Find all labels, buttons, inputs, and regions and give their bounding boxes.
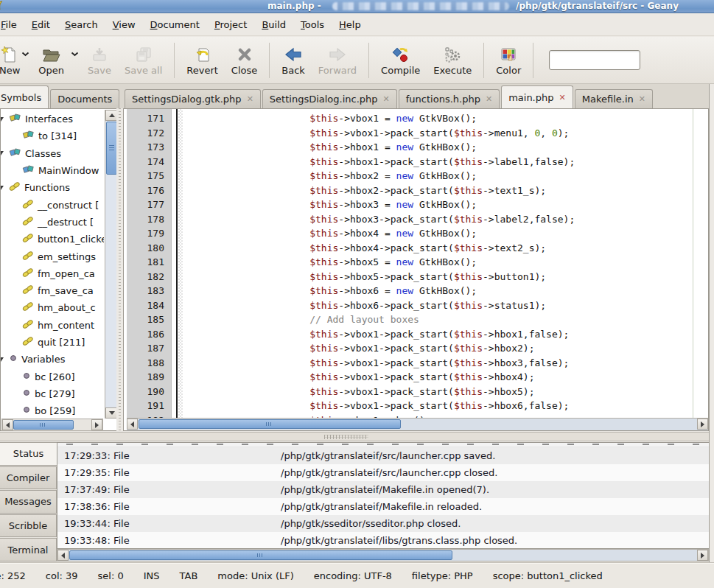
sidebar-splitter[interactable] <box>116 108 123 431</box>
tree-item-button1_clicked[interactable]: button1_clicked <box>1 231 104 248</box>
tree-item-em_settings[interactable]: em_settings <box>1 248 104 265</box>
menu-search[interactable]: Search <box>57 15 105 35</box>
menu-build[interactable]: Build <box>254 15 293 35</box>
expander-triangle-icon[interactable] <box>1 151 4 155</box>
editor-horizontal-scrollbar[interactable] <box>127 418 708 430</box>
message-row[interactable]: 17:29:35: File/php/gtk/gtranslateif/src/… <box>57 464 709 481</box>
save-button[interactable]: Save <box>81 42 118 78</box>
scroll-right-stepper[interactable] <box>91 419 102 430</box>
menu-view[interactable]: View <box>105 15 143 35</box>
code-line: $this->hbox1->pack_start($this->label1,f… <box>183 155 707 169</box>
tab-close-icon[interactable]: ✕ <box>559 94 566 102</box>
tree-item-hm_about_c[interactable]: hm_about_c <box>1 299 104 316</box>
menu-edit[interactable]: Edit <box>24 15 57 35</box>
tab-close-icon[interactable]: ✕ <box>486 95 492 103</box>
tab-documents[interactable]: Documents <box>50 89 119 108</box>
open-dropdown-chevron-icon[interactable] <box>69 44 80 64</box>
tree-item-classes[interactable]: Classes <box>1 145 104 162</box>
expander-triangle-icon[interactable] <box>1 186 4 190</box>
scroll-right-stepper[interactable] <box>697 550 708 561</box>
forward-button-label: Forward <box>318 65 357 76</box>
revert-button[interactable]: Revert <box>180 42 225 78</box>
panel-tab-status[interactable]: Status <box>0 442 57 466</box>
menu-project[interactable]: Project <box>207 15 255 35</box>
tree-item-hm_content[interactable]: hm_content <box>1 317 104 334</box>
tree-item-variables[interactable]: Variables <box>1 351 104 368</box>
panel-tab-messages[interactable]: Messages <box>0 490 57 514</box>
geany-window: main.php - /php/gtk/gtranslateif/src - G… <box>0 0 714 588</box>
tab-symbols[interactable]: Symbols <box>0 85 49 108</box>
expander-triangle-icon[interactable] <box>1 357 4 362</box>
tree-item-bc-260-[interactable]: bc [260] <box>1 368 104 385</box>
editor-tab-SettingsDialog.inc.php[interactable]: SettingsDialog.inc.php✕ <box>262 89 397 108</box>
color-button[interactable]: Color <box>489 42 528 78</box>
panel-tab-compiler[interactable]: Compiler <box>0 466 57 490</box>
open-button[interactable]: Open <box>32 42 71 78</box>
expander-triangle-icon[interactable] <box>1 117 4 122</box>
save-all-button[interactable]: Save all <box>118 42 169 78</box>
message-row[interactable]: 19:33:44: File/php/gtk/sseditor/sseditor… <box>57 515 709 532</box>
editor-tab-SettingsDialog.gtk.php[interactable]: SettingsDialog.gtk.php✕ <box>125 89 261 108</box>
symbols-tree[interactable]: Interfacesto [314]ClassesMainWindowFunct… <box>1 109 104 417</box>
editor-tab-functions.h.php[interactable]: functions.h.php✕ <box>399 89 500 108</box>
tree-item-__construct-[interactable]: __construct [ <box>1 196 104 213</box>
editor-tab-Makefile.in[interactable]: Makefile.in✕ <box>575 89 653 108</box>
scrollbar-thumb[interactable] <box>106 122 117 175</box>
compile-button[interactable]: Compile <box>374 42 427 78</box>
status-message-list[interactable]: 17:29:33: File/php/gtk/gtranslateif/src/… <box>57 442 709 549</box>
tree-item-interfaces[interactable]: Interfaces <box>1 111 104 127</box>
tab-close-icon[interactable]: ✕ <box>639 95 645 103</box>
back-button[interactable]: Back <box>275 42 312 78</box>
menu-file[interactable]: File <box>0 15 24 35</box>
tree-item-__destruct-[interactable]: __destruct [ <box>1 214 104 231</box>
scroll-left-stepper[interactable] <box>2 419 13 430</box>
tree-item-mainwindow[interactable]: MainWindow <box>1 162 104 179</box>
statusbar-item-4: TAB <box>180 570 198 581</box>
tree-item-fm_save_ca[interactable]: fm_save_ca <box>1 282 104 299</box>
message-row[interactable]: 17:38:36: File/php/gtk/gtranslateif/Make… <box>57 498 709 515</box>
tree-item-bo-259-[interactable]: bo [259] <box>1 402 104 417</box>
scrollbar-thumb[interactable] <box>69 550 452 560</box>
code-editor[interactable]: 1711721731741751761771781791801811821831… <box>123 108 709 431</box>
interface-icon <box>9 113 21 125</box>
editor-tab-label: SettingsDialog.gtk.php <box>132 94 242 105</box>
method-icon <box>22 267 34 280</box>
message-row[interactable]: 19:33:48: File/php/gtk/gtranslateif/libs… <box>57 532 709 549</box>
tree-item-quit-211-[interactable]: quit [211] <box>1 334 104 351</box>
panel-tab-terminal[interactable]: Terminal <box>0 538 57 561</box>
editor-tab-main.php[interactable]: main.php✕ <box>501 85 573 108</box>
tab-close-icon[interactable]: ✕ <box>383 95 390 103</box>
tree-item-fm_open_ca[interactable]: fm_open_ca <box>1 265 104 282</box>
message-row[interactable]: 17:29:33: File/php/gtk/gtranslateif/src/… <box>57 447 709 464</box>
new-button[interactable]: New <box>0 42 21 78</box>
sidebar-vertical-scrollbar[interactable] <box>105 110 117 419</box>
line-number: 181 <box>127 255 171 270</box>
method-icon <box>22 233 34 245</box>
tree-item-label: __construct [ <box>38 200 99 211</box>
search-input[interactable] <box>549 50 640 70</box>
window-title-left: main.php - <box>267 1 321 11</box>
code-text[interactable]: $this->vbox1 = new GtkVBox(); $this->vbo… <box>183 109 707 419</box>
menu-tools[interactable]: Tools <box>293 15 332 35</box>
sidebar-horizontal-scrollbar[interactable] <box>1 419 103 431</box>
close-button[interactable]: Close <box>225 42 264 78</box>
menu-document[interactable]: Document <box>143 15 207 35</box>
tree-item-to-314-[interactable]: to [314] <box>1 127 104 144</box>
bottom-panel-splitter[interactable] <box>0 432 709 441</box>
menu-help[interactable]: Help <box>332 15 368 35</box>
tab-close-icon[interactable]: ✕ <box>247 95 253 103</box>
message-list-horizontal-scrollbar[interactable] <box>57 549 709 561</box>
scroll-left-stepper[interactable] <box>127 419 138 430</box>
scroll-right-stepper[interactable] <box>697 419 708 430</box>
scroll-left-stepper[interactable] <box>57 550 69 561</box>
tree-item-bc-279-[interactable]: bc [279] <box>1 385 104 402</box>
new-dropdown-chevron-icon[interactable] <box>20 44 30 64</box>
forward-button[interactable]: Forward <box>312 42 363 78</box>
tree-item-functions[interactable]: Functions <box>1 179 104 196</box>
execute-button[interactable]: Execute <box>427 42 478 78</box>
new-document-icon <box>1 44 18 64</box>
panel-tab-scribble[interactable]: Scribble <box>0 514 57 538</box>
scrollbar-thumb[interactable] <box>139 419 401 429</box>
scrollbar-thumb[interactable] <box>13 420 74 430</box>
message-row[interactable]: 17:37:49: File/php/gtk/gtranslateif/Make… <box>57 481 709 498</box>
